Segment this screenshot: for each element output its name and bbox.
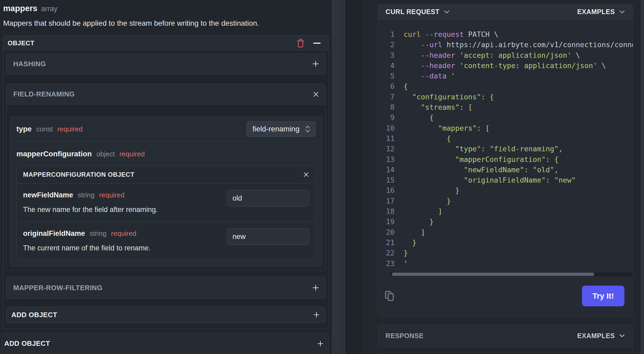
line-number: 22 xyxy=(384,248,395,258)
code-line-content: --url https://api.airbyte.com/v1/connect… xyxy=(404,39,633,50)
horizontal-scrollbar-thumb[interactable] xyxy=(392,273,594,276)
plus-icon xyxy=(313,312,320,318)
inner-scrollbar-track[interactable] xyxy=(339,0,345,354)
code-line-content: curl --request PATCH \ xyxy=(404,29,498,39)
code-line: 17 } xyxy=(384,196,633,206)
close-icon[interactable] xyxy=(303,172,309,178)
code-line-content: } xyxy=(404,185,459,196)
section-hashing-header[interactable]: HASHING xyxy=(7,54,325,74)
property-kind: object xyxy=(96,150,115,158)
new-field-name-label: newFieldName string required xyxy=(23,194,124,198)
property-name: newFieldName xyxy=(23,191,73,199)
property-kind: string xyxy=(78,191,95,199)
response-examples-label: EXAMPLES xyxy=(577,332,615,340)
section-field-renaming-header[interactable]: FIELD-RENAMING xyxy=(7,84,325,105)
section-mapper-row-filtering-label: MAPPER-ROW-FILTERING xyxy=(13,284,102,292)
property-kind: string xyxy=(90,229,107,237)
close-icon[interactable] xyxy=(313,91,319,98)
chevron-down-icon xyxy=(619,10,625,14)
code-line: 20 ] xyxy=(384,227,633,237)
line-number: 14 xyxy=(384,165,395,175)
section-mapper-row-filtering-header[interactable]: MAPPER-ROW-FILTERING xyxy=(7,277,325,298)
code-line: 4 --header 'content-type: application/js… xyxy=(384,60,633,71)
property-name: originalFieldName xyxy=(23,229,85,237)
property-kind: const xyxy=(36,125,53,133)
curl-request-dropdown[interactable]: CURL REQUEST xyxy=(386,8,450,16)
property-required-badge: required xyxy=(111,229,136,237)
line-number: 2 xyxy=(384,39,395,50)
line-number: 8 xyxy=(384,102,395,112)
line-number: 17 xyxy=(384,196,395,206)
code-line-content: } xyxy=(404,248,408,258)
code-line-content: --header 'accept: application/json' \ xyxy=(404,50,580,60)
field-type-label: array xyxy=(41,5,57,13)
object-card-actions xyxy=(296,38,323,48)
code-line: 22} xyxy=(384,248,633,258)
copy-code-button[interactable] xyxy=(384,290,395,302)
type-select[interactable]: field-renaming xyxy=(247,121,316,137)
mapper-configuration-object-header: MAPPERCONFIGURATION OBJECT xyxy=(17,166,315,184)
left-panel-scrollbar[interactable] xyxy=(332,0,339,354)
delete-object-button[interactable] xyxy=(296,38,305,48)
code-line-content: "mapperConfiguration": { xyxy=(404,154,558,165)
field-title-row: mappers array xyxy=(3,4,329,13)
line-number: 10 xyxy=(384,123,395,133)
code-line-content: "mappers": [ xyxy=(404,123,490,133)
line-number: 13 xyxy=(384,154,395,165)
add-object-bar[interactable]: ADD OBJECT xyxy=(1,333,329,354)
examples-dropdown[interactable]: EXAMPLES xyxy=(577,8,625,16)
chevron-down-icon xyxy=(619,334,625,338)
add-object-row[interactable]: ADD OBJECT xyxy=(6,307,326,323)
plus-icon[interactable] xyxy=(312,60,319,67)
property-required-badge: required xyxy=(99,191,124,199)
try-it-button[interactable]: Try It! xyxy=(582,286,624,306)
mapper-configuration-object-title: MAPPERCONFIGURATION OBJECT xyxy=(23,171,135,178)
code-line: 18 ] xyxy=(384,206,633,216)
curl-request-card: CURL REQUEST EXAMPLES 1curl --request PA… xyxy=(377,4,633,316)
code-line-content: } xyxy=(404,237,417,248)
mapper-configuration-block: mapperConfiguration object required MAPP… xyxy=(10,142,322,266)
new-field-name-input[interactable] xyxy=(227,190,309,206)
line-number: 4 xyxy=(384,60,395,71)
code-line: 9 { xyxy=(384,112,633,123)
code-line: 5 --data ' xyxy=(384,71,633,81)
code-line: 8 "streams": [ xyxy=(384,102,633,112)
horizontal-scrollbar-track[interactable] xyxy=(390,272,633,276)
object-card: OBJECT xyxy=(3,36,329,329)
response-card: RESPONSE EXAMPLES xyxy=(377,325,633,354)
api-docs-page: mappers array Mappers that should be app… xyxy=(0,0,644,354)
code-line-content: "streams": [ xyxy=(404,102,472,112)
code-line: 10 "mappers": [ xyxy=(384,123,633,133)
code-line-content: ' xyxy=(404,258,408,269)
plus-icon[interactable] xyxy=(312,284,319,291)
type-select-value: field-renaming xyxy=(253,125,299,133)
line-number: 16 xyxy=(384,185,395,196)
add-object-label: ADD OBJECT xyxy=(11,311,57,319)
plus-icon xyxy=(317,340,324,347)
schema-panel: mappers array Mappers that should be app… xyxy=(3,4,329,329)
curl-request-header: CURL REQUEST EXAMPLES xyxy=(378,4,633,20)
section-field-renaming: FIELD-RENAMING type con xyxy=(6,84,326,271)
code-line: 15 "originalFieldName": "new" xyxy=(384,175,633,185)
response-header: RESPONSE EXAMPLES xyxy=(378,325,633,347)
line-number: 1 xyxy=(384,29,395,39)
code-line-content: } xyxy=(404,216,434,227)
line-number: 7 xyxy=(384,92,395,102)
minus-icon xyxy=(313,42,321,44)
section-hashing-label: HASHING xyxy=(13,60,46,68)
property-name: type xyxy=(16,125,32,133)
type-property-label: type const required xyxy=(16,125,83,133)
line-number: 3 xyxy=(384,50,395,60)
property-required-badge: required xyxy=(119,150,145,158)
code-line-content: ] xyxy=(404,206,442,216)
collapse-object-button[interactable] xyxy=(313,42,321,44)
code-line: 19 } xyxy=(384,216,633,227)
code-line-content: "type": "field-renaming", xyxy=(404,144,563,154)
original-field-name-input[interactable] xyxy=(227,228,309,245)
response-examples-dropdown[interactable]: EXAMPLES xyxy=(577,332,625,340)
window-scrollbar[interactable] xyxy=(641,0,644,354)
code-line-content: --header 'content-type: application/json… xyxy=(404,60,606,71)
code-block: 1curl --request PATCH \2 --url https://a… xyxy=(378,20,633,269)
line-number: 11 xyxy=(384,133,395,144)
property-required-badge: required xyxy=(57,125,83,133)
